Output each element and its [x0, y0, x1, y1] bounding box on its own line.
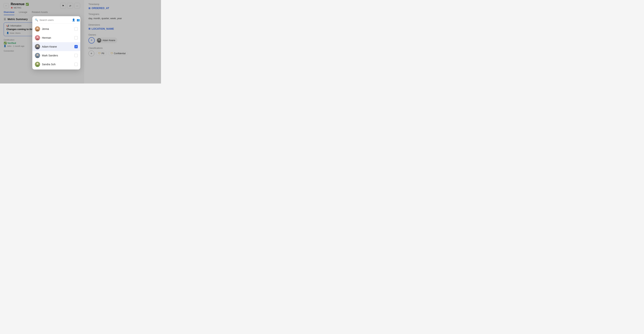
svg-point-1 — [36, 27, 38, 29]
user-row-herman[interactable]: Herman — [32, 33, 80, 42]
avatar-herman — [35, 35, 40, 40]
user-row-adam[interactable]: Adam Keane — [32, 42, 80, 51]
svg-point-13 — [36, 63, 38, 65]
user-type-icons: 👤 👥 — [72, 18, 80, 21]
search-icon: 🔍 — [35, 18, 38, 21]
user-name-sandra: Sandra Soh — [42, 63, 72, 66]
user-list: Jenna Herman — [32, 24, 80, 69]
user-row-sandra[interactable]: Sandra Soh — [32, 60, 80, 69]
avatar-adam — [35, 44, 40, 49]
checkbox-mark[interactable] — [74, 54, 78, 57]
svg-point-7 — [36, 45, 38, 47]
checkbox-herman[interactable] — [74, 36, 78, 39]
search-input[interactable] — [40, 19, 70, 21]
user-row-jenna[interactable]: Jenna — [32, 24, 80, 33]
checkbox-adam[interactable] — [74, 45, 78, 48]
svg-point-4 — [36, 36, 38, 38]
single-user-icon[interactable]: 👤 — [72, 18, 75, 21]
modal-overlay[interactable] — [0, 0, 161, 83]
avatar-mark — [35, 53, 40, 58]
search-row: 🔍 👤 👥 — [32, 16, 80, 24]
checkbox-jenna[interactable] — [74, 27, 78, 31]
group-user-icon[interactable]: 👥 — [76, 18, 80, 21]
user-search-dropdown: 🔍 👤 👥 Jenna — [32, 16, 80, 69]
user-name-mark: Mark Sanders — [42, 54, 72, 57]
avatar-sandra — [35, 62, 40, 67]
user-name-herman: Herman — [42, 36, 72, 39]
svg-point-10 — [36, 54, 38, 56]
user-row-mark[interactable]: Mark Sanders — [32, 51, 80, 60]
user-name-jenna: Jenna — [42, 27, 72, 30]
checkbox-sandra[interactable] — [74, 63, 78, 66]
user-name-adam: Adam Keane — [42, 45, 72, 48]
avatar-jenna — [35, 26, 40, 31]
